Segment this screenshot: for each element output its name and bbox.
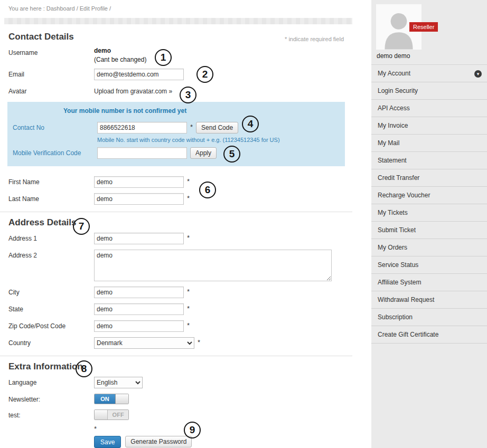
annotation-circle-2: 2 [196, 66, 213, 83]
first-name-label: First Name [8, 176, 94, 186]
state-required: * [187, 303, 190, 312]
sidebar-item-label: My Orders [378, 244, 407, 251]
sidebar: Reseller demo demo My Account ▾ Login Se… [371, 0, 487, 448]
sidebar-item-statement[interactable]: Statement [371, 152, 487, 169]
contact-no-required: * [190, 122, 193, 131]
generate-password-button[interactable]: Generate Password [125, 436, 192, 447]
sidebar-item-withdrawal-request[interactable]: Withdrawal Request [371, 291, 487, 309]
main-content: You are here : Dashboard / Edit Profile … [0, 0, 352, 448]
contact-no-row: Contact No * Send Code [7, 120, 345, 136]
first-name-row: First Name * [0, 174, 352, 190]
send-code-button[interactable]: Send Code [196, 122, 238, 134]
address1-row: Address 1 * [0, 230, 352, 247]
sidebar-item-label: My Invoice [378, 122, 408, 129]
city-required: * [187, 287, 190, 296]
breadcrumb: You are here : Dashboard / Edit Profile … [0, 0, 352, 12]
sidebar-item-my-mail[interactable]: My Mail [371, 135, 487, 152]
verification-code-field[interactable] [97, 147, 187, 159]
sidebar-item-api-access[interactable]: API Access [371, 100, 487, 117]
country-select[interactable]: Denmark [94, 337, 194, 349]
sidebar-item-credit-transfer[interactable]: Credit Transfer [371, 169, 487, 187]
newsletter-toggle-on-label: ON [95, 394, 115, 404]
email-label: Email [8, 69, 94, 78]
language-label: Language [8, 377, 94, 386]
annotation-circle-4: 4 [242, 116, 259, 132]
contact-no-field[interactable] [97, 122, 187, 134]
city-field[interactable] [94, 287, 184, 298]
username-label: Username [8, 47, 94, 56]
sidebar-item-service-status[interactable]: Service Status [371, 256, 487, 274]
zip-label: Zip Code/Post Code [8, 320, 94, 330]
annotation-circle-8: 8 [76, 360, 92, 377]
breadcrumb-separator: / [77, 5, 78, 12]
sidebar-item-label: My Account [378, 70, 410, 77]
country-row: Country Denmark * [0, 335, 352, 351]
mobile-hint: Mobile No. start with country code witho… [97, 137, 345, 143]
sidebar-item-login-security[interactable]: Login Security [371, 82, 487, 100]
sidebar-item-label: Affiliate System [378, 279, 421, 286]
contact-no-label: Contact No [13, 122, 97, 131]
email-field[interactable] [94, 69, 184, 80]
annotation-circle-9: 9 [184, 422, 201, 439]
sidebar-item-label: Subscription [378, 313, 413, 321]
required-field-note: * indicate required field [285, 36, 344, 42]
sidebar-item-submit-ticket[interactable]: Submit Ticket [371, 222, 487, 239]
sidebar-item-label: Statement [378, 157, 407, 164]
annotation-circle-1: 1 [155, 49, 172, 66]
breadcrumb-prefix: You are here : [8, 5, 45, 12]
sidebar-user-name: demo demo [377, 52, 487, 60]
section-divider [0, 212, 352, 212]
language-select[interactable]: English [94, 377, 143, 388]
apply-button[interactable]: Apply [190, 147, 217, 159]
state-label: State [8, 303, 94, 313]
sidebar-item-my-tickets[interactable]: My Tickets [371, 204, 487, 222]
newsletter-label: Newsletter: [8, 394, 94, 403]
extra-information-title: Extra Information [8, 361, 344, 372]
zip-required: * [187, 320, 190, 329]
breadcrumb-link-edit-profile[interactable]: Edit Profile [80, 5, 108, 12]
sidebar-item-create-gift-certificate[interactable]: Create Gift Certificate [371, 326, 487, 344]
city-label: City [8, 287, 94, 296]
sidebar-menu: My Account ▾ Login Security API Access M… [371, 64, 487, 344]
gravatar-upload-link[interactable]: Upload from gravatar.com » [94, 85, 172, 95]
test-toggle-off-label: OFF [108, 410, 128, 420]
footer-required-marker: * [94, 425, 352, 433]
sidebar-item-recharge-voucher[interactable]: Recharge Voucher [371, 187, 487, 204]
test-row: test: OFF [0, 407, 352, 423]
verification-code-row: Mobile Verification Code Apply [7, 145, 345, 161]
zip-row: Zip Code/Post Code * [0, 318, 352, 335]
breadcrumb-link-dashboard[interactable]: Dashboard [46, 5, 75, 12]
mobile-confirm-box: Your mobile number is not confirmed yet … [7, 102, 345, 166]
first-name-field[interactable] [94, 176, 184, 188]
address2-field[interactable]: demo [94, 250, 332, 281]
annotation-circle-7: 7 [73, 218, 90, 235]
state-row: State * [0, 301, 352, 318]
annotation-circle-6: 6 [199, 182, 216, 198]
contact-details-title: Contact Details [8, 32, 74, 42]
address-details-title: Address Details [8, 217, 344, 228]
sidebar-item-label: Withdrawal Request [378, 296, 434, 303]
sidebar-item-my-orders[interactable]: My Orders [371, 239, 487, 256]
address1-field[interactable] [94, 233, 184, 244]
zip-field[interactable] [94, 320, 184, 332]
address2-label: Address 2 [8, 250, 94, 259]
username-note: (Cant be changed) [94, 56, 146, 63]
state-field[interactable] [94, 303, 184, 315]
last-name-required: * [187, 193, 190, 202]
sidebar-item-label: Submit Ticket [378, 226, 416, 234]
sidebar-item-my-invoice[interactable]: My Invoice [371, 117, 487, 135]
chevron-circle-down-icon[interactable]: ▾ [474, 70, 482, 78]
last-name-field[interactable] [94, 193, 184, 205]
sidebar-item-subscription[interactable]: Subscription [371, 309, 487, 326]
section-divider-2 [0, 356, 352, 356]
test-toggle[interactable]: OFF [94, 409, 129, 420]
verification-code-label: Mobile Verification Code [13, 147, 97, 157]
test-label: test: [8, 409, 94, 419]
save-button[interactable]: Save [94, 436, 121, 448]
sidebar-item-affiliate-system[interactable]: Affiliate System [371, 274, 487, 291]
sidebar-item-my-account[interactable]: My Account ▾ [371, 65, 487, 82]
newsletter-toggle[interactable]: ON [94, 394, 129, 404]
sidebar-item-label: Login Security [378, 87, 418, 94]
address1-required: * [187, 233, 190, 242]
toggle-knob [95, 410, 108, 420]
